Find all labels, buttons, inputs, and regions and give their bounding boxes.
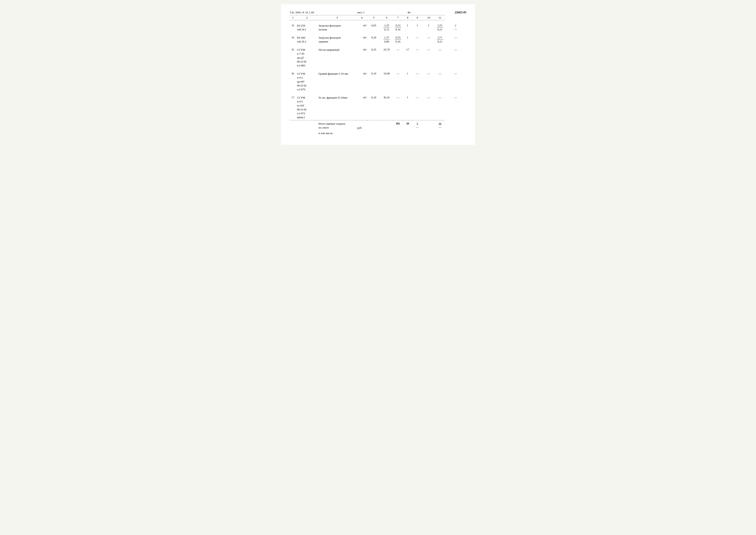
row-unit: м3 <box>357 95 367 120</box>
row-col8: — <box>413 71 422 92</box>
row-col11: — <box>445 95 466 120</box>
row-col6: 0,53 0,16 <box>393 23 403 32</box>
table-row: I5 ССУМ п.7-45 пр-дТ 06-I2-0I п.I-083 Пе… <box>290 47 466 69</box>
row-unit: м3 <box>357 71 367 92</box>
row-code: ССУМ п.4-5 пт-НТ 06-I2-0I п.I-072 прим.I <box>296 95 318 120</box>
row-col9: I <box>422 23 435 32</box>
row-col8: — <box>413 35 422 44</box>
header: Т.К. 0901-8 16.1.09 лист 1 40 - 22663-05 <box>290 11 466 14</box>
row-col4: 0,35 <box>367 47 380 69</box>
row-col5: I0,10 <box>380 95 393 120</box>
row-col11: — <box>445 71 466 92</box>
row-code: ССУМ п.4-2 пр-НТ 06-I2-0I п.I-070 <box>296 71 318 92</box>
summary-col8: 20 <box>403 121 413 130</box>
summary-empty <box>290 121 318 130</box>
col-header-8: 8 <box>403 15 413 20</box>
row-col10: — <box>435 95 445 120</box>
row-col6: 0,53 0,16 <box>393 35 403 44</box>
row-code: Е6-260 таб.3I-2 <box>296 35 318 44</box>
col-header-5: 5 <box>367 15 380 20</box>
row-desc: Загрузка фильтров песком <box>318 23 357 32</box>
row-col4: 0,65 <box>367 23 380 32</box>
row-col10: I,55 0,21 <box>435 23 445 32</box>
row-desc: Песок кварцевый <box>318 47 357 69</box>
subnote-row: в том числе: <box>290 130 466 136</box>
row-col7: 1 <box>403 35 413 44</box>
table-row: I3 Е6-259 таб.3I-I Загрузка фильтров пес… <box>290 23 466 32</box>
row-col10: I,71 0,21 <box>435 35 445 44</box>
header-right: 22663-05 <box>455 11 466 14</box>
col-header-2: 2 <box>296 15 318 20</box>
row-col4: 0,10 <box>367 95 380 120</box>
summary-label: Итого прямые затраты по смете <box>318 121 357 130</box>
col-header-7: 7 <box>393 15 403 20</box>
row-col8: — <box>413 95 422 120</box>
row-col5: 1,37 0,80 <box>380 35 393 44</box>
header-num: 40 - <box>408 11 412 14</box>
main-table: 1 2 3 4 5 6 7 8 9 10 11 I3 Е6-259 та <box>290 15 466 136</box>
row-desc: Гравий фракции 5-10 мм <box>318 71 357 92</box>
row-col4: 0,10 <box>367 71 380 92</box>
summary-col10 <box>422 121 435 130</box>
summary-col4 <box>367 121 380 130</box>
row-code: Е6-259 таб.3I-I <box>296 23 318 32</box>
row-col6: — <box>393 95 403 120</box>
summary-col11: 36 — <box>435 121 445 130</box>
row-col11: — <box>445 47 466 69</box>
row-col10: — <box>435 71 445 92</box>
row-desc: Загрузка фильтров гравием <box>318 35 357 44</box>
header-left: Т.К. 0901-8 16.1.09 <box>290 11 314 14</box>
row-col5: 1,35 0,72 <box>380 23 393 32</box>
row-unit: м3 <box>357 23 367 32</box>
col-header-9: 9 <box>413 15 422 20</box>
row-col4: 0,20 <box>367 35 380 44</box>
row-unit: м3 <box>357 47 367 69</box>
col-header-6: 6 <box>380 15 393 20</box>
row-col6: — <box>393 47 403 69</box>
row-col7: I <box>403 71 413 92</box>
row-id: I5 <box>290 47 296 69</box>
header-sheet: лист 1 <box>357 11 364 14</box>
col-header-10: 10 <box>422 15 435 20</box>
row-id: 17 <box>290 95 296 120</box>
row-id: I6 <box>290 71 296 92</box>
row-col8: — <box>413 47 422 69</box>
column-header-row: 1 2 3 4 5 6 7 8 9 10 11 <box>290 15 466 20</box>
row-col9: — <box>422 47 435 69</box>
row-desc: То же, фракции I5-20мм <box>318 95 357 120</box>
row-col9: — <box>422 95 435 120</box>
table-row: I6 ССУМ п.4-2 пр-НТ 06-I2-0I п.I-070 Гра… <box>290 71 466 92</box>
row-col7: I <box>403 95 413 120</box>
page: Т.К. 0901-8 16.1.09 лист 1 40 - 22663-05… <box>281 4 475 145</box>
col-header-3: 3 <box>318 15 357 20</box>
row-code: ССУМ п.7-45 пр-дТ 06-I2-0I п.I-083 <box>296 47 318 69</box>
table-row: 17 ССУМ п.4-5 пт-НТ 06-I2-0I п.I-072 при… <box>290 95 466 120</box>
row-col5: 10,90 <box>380 71 393 92</box>
row-col5: 25,70 <box>380 47 393 69</box>
row-col9: — <box>422 35 435 44</box>
subnote-label: в том числе: <box>318 130 357 136</box>
summary-row: Итого прямые затраты по смете руб. I82 2… <box>290 121 466 130</box>
row-col7: I <box>403 23 413 32</box>
row-unit: м3 <box>357 35 367 44</box>
summary-col7: I82 <box>393 121 403 130</box>
row-col8: I <box>413 23 422 32</box>
row-col7: 17 <box>403 47 413 69</box>
row-id: I4 <box>290 35 296 44</box>
summary-col5 <box>380 121 393 130</box>
row-col11: 2 — <box>445 23 466 32</box>
row-col11: — <box>445 35 466 44</box>
summary-unit: руб. <box>357 121 367 130</box>
row-col9: — <box>422 71 435 92</box>
col-header-11: 11 <box>435 15 445 20</box>
row-col10: — <box>435 47 445 69</box>
col-header-4: 4 <box>357 15 367 20</box>
row-id: I3 <box>290 23 296 32</box>
summary-col9: 3 — <box>413 121 422 130</box>
table-row: I4 Е6-260 таб.3I-2 Загрузка фильтров гра… <box>290 35 466 44</box>
col-header-1: 1 <box>290 15 296 20</box>
row-col6: — <box>393 71 403 92</box>
